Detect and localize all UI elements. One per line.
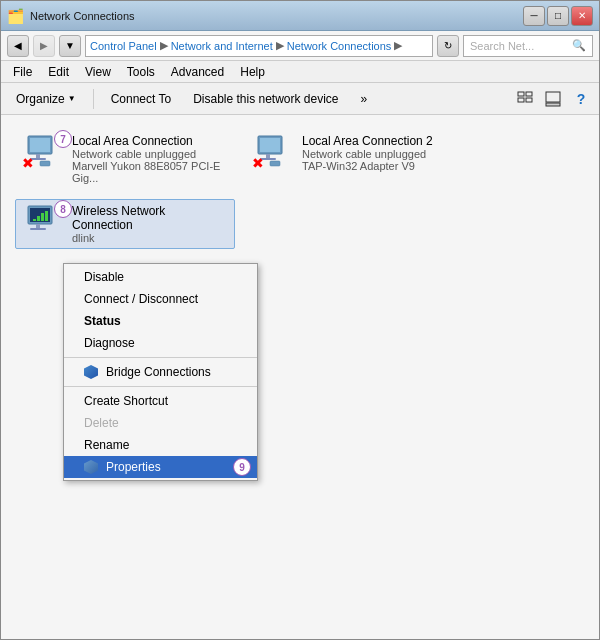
svg-rect-7	[30, 138, 50, 152]
svg-rect-19	[37, 216, 40, 221]
menu-bar: File Edit View Tools Advanced Help	[1, 61, 599, 83]
ctx-shield-icon-bridge	[84, 365, 98, 379]
svg-rect-20	[41, 213, 44, 221]
view-grid-icon	[517, 91, 533, 107]
connect-to-label: Connect To	[111, 92, 172, 106]
breadcrumb-arrow-2: ▶	[276, 39, 284, 52]
organize-arrow-icon: ▼	[68, 94, 76, 103]
content-area: ✖ 7 Local Area Connection Network cable …	[1, 115, 599, 639]
list-item[interactable]: 8 Wireless Network Connection dlink	[15, 199, 235, 249]
ctx-diagnose[interactable]: Diagnose	[64, 332, 257, 354]
network-status-3: dlink	[72, 232, 228, 244]
search-icon[interactable]: 🔍	[572, 39, 586, 52]
address-path[interactable]: Control Panel ▶ Network and Internet ▶ N…	[85, 35, 433, 57]
disable-button[interactable]: Disable this network device	[184, 88, 347, 110]
toolbar-right: ?	[513, 87, 593, 111]
menu-tools[interactable]: Tools	[119, 63, 163, 81]
ctx-separator-2	[64, 386, 257, 387]
breadcrumb-arrow-3: ▶	[394, 39, 402, 52]
ctx-connect-disconnect-label: Connect / Disconnect	[84, 292, 198, 306]
ctx-properties-badge: 9	[233, 458, 251, 476]
preview-pane-button[interactable]	[541, 87, 565, 111]
ctx-connect-disconnect[interactable]: Connect / Disconnect	[64, 288, 257, 310]
menu-file[interactable]: File	[5, 63, 40, 81]
close-button[interactable]: ✕	[571, 6, 593, 26]
svg-rect-5	[546, 103, 560, 106]
network-icon-wrap-3: 8	[22, 204, 64, 241]
ctx-rename-label: Rename	[84, 438, 129, 452]
ctx-disable-label: Disable	[84, 270, 124, 284]
context-menu: Disable Connect / Disconnect Status Diag…	[63, 263, 258, 481]
ctx-disable[interactable]: Disable	[64, 266, 257, 288]
ctx-bridge-connections[interactable]: Bridge Connections	[64, 361, 257, 383]
ctx-properties-label: Properties	[106, 460, 161, 474]
network-status-1: Network cable unplugged	[72, 148, 228, 160]
connect-to-button[interactable]: Connect To	[102, 88, 181, 110]
minimize-button[interactable]: ─	[523, 6, 545, 26]
view-options-button[interactable]	[513, 87, 537, 111]
svg-rect-22	[36, 224, 40, 228]
title-bar: 🗂️ Network Connections ─ □ ✕	[1, 1, 599, 31]
svg-rect-3	[526, 98, 532, 102]
network-info-2: Local Area Connection 2 Network cable un…	[302, 134, 458, 172]
organize-button[interactable]: Organize ▼	[7, 88, 85, 110]
ctx-status[interactable]: Status	[64, 310, 257, 332]
network-name-2: Local Area Connection 2	[302, 134, 458, 148]
ctx-delete-label: Delete	[84, 416, 119, 430]
error-badge-1: ✖	[22, 155, 34, 171]
svg-rect-21	[45, 211, 48, 221]
help-button[interactable]: ?	[569, 87, 593, 111]
recent-button[interactable]: ▼	[59, 35, 81, 57]
network-items: ✖ 7 Local Area Connection Network cable …	[11, 125, 589, 253]
ctx-shield-icon-props	[84, 460, 98, 474]
menu-view[interactable]: View	[77, 63, 119, 81]
window-title: Network Connections	[30, 10, 135, 22]
menu-edit[interactable]: Edit	[40, 63, 77, 81]
svg-rect-15	[270, 161, 280, 166]
organize-label: Organize	[16, 92, 65, 106]
ctx-diagnose-label: Diagnose	[84, 336, 135, 350]
toolbar-divider-1	[93, 89, 94, 109]
title-bar-controls: ─ □ ✕	[523, 6, 593, 26]
network-adapter-2: TAP-Win32 Adapter V9	[302, 160, 458, 172]
ctx-properties[interactable]: Properties 9	[64, 456, 257, 478]
ctx-delete: Delete	[64, 412, 257, 434]
list-item[interactable]: ✖ Local Area Connection 2 Network cable …	[245, 129, 465, 189]
menu-advanced[interactable]: Advanced	[163, 63, 232, 81]
network-info-1: Local Area Connection Network cable unpl…	[72, 134, 228, 184]
svg-rect-23	[30, 228, 46, 230]
item-badge-8: 8	[54, 200, 72, 218]
breadcrumb-nc[interactable]: Network Connections	[287, 40, 392, 52]
ctx-create-shortcut-label: Create Shortcut	[84, 394, 168, 408]
forward-button[interactable]: ▶	[33, 35, 55, 57]
maximize-button[interactable]: □	[547, 6, 569, 26]
title-bar-left: 🗂️ Network Connections	[7, 8, 135, 24]
network-name-3: Wireless Network Connection	[72, 204, 228, 232]
list-item[interactable]: ✖ 7 Local Area Connection Network cable …	[15, 129, 235, 189]
ctx-separator-1	[64, 357, 257, 358]
ctx-status-label: Status	[84, 314, 121, 328]
window-icon: 🗂️	[7, 8, 24, 24]
more-button[interactable]: »	[352, 88, 377, 110]
breadcrumb-ni[interactable]: Network and Internet	[171, 40, 273, 52]
svg-rect-8	[36, 154, 40, 158]
item-badge-7: 7	[54, 130, 72, 148]
toolbar: Organize ▼ Connect To Disable this netwo…	[1, 83, 599, 115]
disable-label: Disable this network device	[193, 92, 338, 106]
svg-rect-4	[546, 92, 560, 102]
refresh-button[interactable]: ↻	[437, 35, 459, 57]
ctx-rename[interactable]: Rename	[64, 434, 257, 456]
breadcrumb-cp[interactable]: Control Panel	[90, 40, 157, 52]
menu-help[interactable]: Help	[232, 63, 273, 81]
svg-rect-10	[40, 161, 50, 166]
network-info-3: Wireless Network Connection dlink	[72, 204, 228, 244]
search-box[interactable]: Search Net... 🔍	[463, 35, 593, 57]
main-window: 🗂️ Network Connections ─ □ ✕ ◀ ▶ ▼ Contr…	[0, 0, 600, 640]
breadcrumb-arrow-1: ▶	[160, 39, 168, 52]
back-button[interactable]: ◀	[7, 35, 29, 57]
ctx-create-shortcut[interactable]: Create Shortcut	[64, 390, 257, 412]
network-status-2: Network cable unplugged	[302, 148, 458, 160]
network-adapter-1: Marvell Yukon 88E8057 PCI-E Gig...	[72, 160, 228, 184]
preview-icon	[545, 91, 561, 107]
svg-rect-1	[526, 92, 532, 96]
